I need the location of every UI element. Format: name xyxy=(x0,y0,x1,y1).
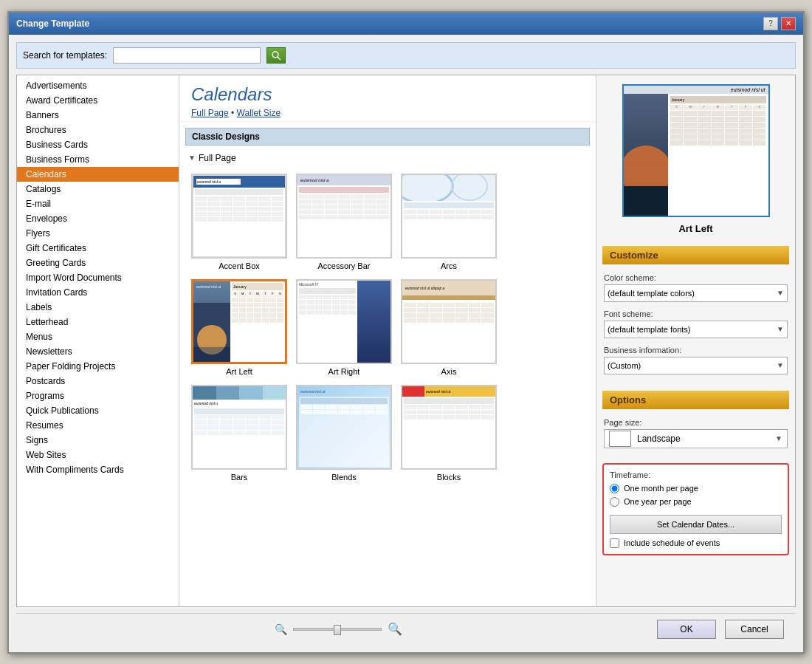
sidebar-item-web-sites[interactable]: Web Sites xyxy=(17,448,179,462)
zoom-thumb[interactable] xyxy=(334,625,341,635)
sidebar-item-resumes[interactable]: Resumes xyxy=(17,418,179,433)
template-thumb-art-left[interactable]: euismod nisl ut January xyxy=(191,279,287,364)
page-size-dropdown[interactable]: Landscape ▼ xyxy=(604,429,788,448)
left-panel[interactable]: Advertisements Award Certificates Banner… xyxy=(17,75,179,606)
radio-month-per-page[interactable]: One month per page xyxy=(610,484,782,493)
sidebar-item-letterhead[interactable]: Letterhead xyxy=(17,315,179,329)
sidebar-item-gift-certificates[interactable]: Gift Certificates xyxy=(17,241,179,256)
title-bar-buttons: ? ✕ xyxy=(763,17,796,30)
radio-month-label: One month per page xyxy=(624,484,698,493)
art-left-calendar: January S M T W T F S xyxy=(230,281,285,362)
blends-preview: euismod nisl ut xyxy=(297,386,390,468)
template-thumb-accessory-bar[interactable]: euismod nisl a xyxy=(296,174,392,259)
business-info-dropdown[interactable]: (Custom) ▼ xyxy=(604,357,788,374)
radio-month-input[interactable] xyxy=(610,484,619,493)
template-thumb-arcs[interactable] xyxy=(401,174,497,259)
set-calendar-dates-button[interactable]: Set Calendar Dates... xyxy=(610,515,782,534)
collapse-icon[interactable]: ▼ xyxy=(188,154,196,162)
help-button[interactable]: ? xyxy=(763,17,778,30)
sidebar-item-business-cards[interactable]: Business Cards xyxy=(17,137,179,152)
template-name-blocks: Blocks xyxy=(437,473,461,482)
zoom-in-icon[interactable]: 🔍 xyxy=(388,622,402,636)
sidebar-item-brochures[interactable]: Brochures xyxy=(17,123,179,137)
sidebar-item-award-certificates[interactable]: Award Certificates xyxy=(17,93,179,108)
template-item-blocks[interactable]: euismod nisl ut xyxy=(401,385,497,482)
template-name-arcs: Arcs xyxy=(441,261,457,270)
template-thumb-bars[interactable]: euismod nisl u xyxy=(191,385,287,470)
art-right-preview: Microsoft IT xyxy=(297,281,390,363)
sidebar-item-envelopes[interactable]: Envelopes xyxy=(17,211,179,226)
templates-grid: euismod nisl a xyxy=(185,171,590,490)
ok-button[interactable]: OK xyxy=(657,620,716,639)
zoom-slider[interactable] xyxy=(293,628,382,631)
template-thumb-art-right[interactable]: Microsoft IT xyxy=(296,279,392,364)
sidebar-item-labels[interactable]: Labels xyxy=(17,300,179,315)
sidebar-item-postcards[interactable]: Postcards xyxy=(17,374,179,389)
template-item-accent-box[interactable]: euismod nisl a xyxy=(191,174,287,270)
sidebar-item-business-forms[interactable]: Business Forms xyxy=(17,152,179,167)
cancel-button[interactable]: Cancel xyxy=(725,620,784,639)
template-thumb-accent-box[interactable]: euismod nisl a xyxy=(191,174,287,259)
radio-year-input[interactable] xyxy=(610,497,619,507)
color-scheme-value: (default template colors) xyxy=(608,289,695,298)
template-header: Calendars Full Page • Wallet Size xyxy=(179,75,596,122)
sidebar-item-email[interactable]: E-mail xyxy=(17,196,179,211)
template-item-art-right[interactable]: Microsoft IT xyxy=(296,279,392,376)
bars-preview: euismod nisl u xyxy=(193,386,286,468)
sidebar-item-calendars[interactable]: Calendars xyxy=(17,167,179,182)
sidebar-item-programs[interactable]: Programs xyxy=(17,389,179,403)
sidebar-item-greeting-cards[interactable]: Greeting Cards xyxy=(17,256,179,270)
templates-scroll[interactable]: Classic Designs ▼ Full Page euismod nisl… xyxy=(179,122,596,606)
include-schedule-checkbox[interactable] xyxy=(610,538,619,548)
template-thumb-blocks[interactable]: euismod nisl ut xyxy=(401,385,497,470)
sidebar-item-signs[interactable]: Signs xyxy=(17,433,179,448)
template-item-art-left[interactable]: euismod nisl ut January xyxy=(191,279,287,376)
search-icon xyxy=(271,50,281,61)
search-button[interactable] xyxy=(266,47,286,64)
search-label: Search for templates: xyxy=(23,50,107,61)
svg-line-1 xyxy=(278,57,281,60)
sidebar-item-with-compliments[interactable]: With Compliments Cards xyxy=(17,462,179,477)
template-thumb-axis[interactable]: euismod nisl ut aliquip a xyxy=(401,279,497,364)
font-scheme-dropdown[interactable]: (default template fonts) ▼ xyxy=(604,321,788,338)
timeframe-box: Timeframe: One month per page One year p… xyxy=(602,463,789,555)
size-wallet[interactable]: Wallet Size xyxy=(237,108,281,118)
template-item-arcs[interactable]: Arcs xyxy=(401,174,497,270)
sidebar-item-flyers[interactable]: Flyers xyxy=(17,226,179,241)
dialog-title: Change Template xyxy=(16,18,89,29)
template-name-bars: Bars xyxy=(231,473,248,482)
zoom-out-icon[interactable]: 🔍 xyxy=(275,623,287,635)
template-item-accessory-bar[interactable]: euismod nisl a xyxy=(296,174,392,270)
template-item-blends[interactable]: euismod nisl ut xyxy=(296,385,392,482)
size-full-page[interactable]: Full Page xyxy=(191,108,229,118)
color-scheme-label: Color scheme: xyxy=(604,273,788,282)
page-size-arrow: ▼ xyxy=(775,434,782,442)
center-panel: Calendars Full Page • Wallet Size Classi… xyxy=(179,75,596,606)
sidebar-item-quick-publications[interactable]: Quick Publications xyxy=(17,403,179,418)
color-scheme-dropdown[interactable]: (default template colors) ▼ xyxy=(604,284,788,302)
sidebar-item-newsletters[interactable]: Newsletters xyxy=(17,344,179,359)
template-thumb-blends[interactable]: euismod nisl ut xyxy=(296,385,392,470)
art-left-preview: euismod nisl ut January xyxy=(193,281,285,362)
sidebar-item-advertisements[interactable]: Advertisements xyxy=(17,78,179,93)
title-bar: Change Template ? ✕ xyxy=(9,13,803,35)
sidebar-item-paper-folding[interactable]: Paper Folding Projects xyxy=(17,359,179,374)
sidebar-item-menus[interactable]: Menus xyxy=(17,329,179,344)
template-item-axis[interactable]: euismod nisl ut aliquip a xyxy=(401,279,497,376)
template-item-bars[interactable]: euismod nisl u xyxy=(191,385,287,482)
dialog-body: Search for templates: Advertisements Awa… xyxy=(9,35,803,652)
art-left-image: euismod nisl ut xyxy=(193,281,230,362)
sidebar-item-invitation-cards[interactable]: Invitation Cards xyxy=(17,285,179,300)
search-input[interactable] xyxy=(113,47,261,64)
page-size-container: Landscape ▼ xyxy=(604,429,788,448)
dialog-footer: 🔍 🔍 OK Cancel xyxy=(16,613,796,645)
sidebar-item-import-word[interactable]: Import Word Documents xyxy=(17,270,179,285)
include-schedule-option[interactable]: Include schedule of events xyxy=(610,538,782,548)
blocks-preview: euismod nisl ut xyxy=(402,386,495,468)
close-button[interactable]: ✕ xyxy=(781,17,796,30)
template-name-art-left: Art Left xyxy=(226,367,252,376)
radio-year-per-page[interactable]: One year per page xyxy=(610,497,782,507)
sidebar-item-catalogs[interactable]: Catalogs xyxy=(17,182,179,196)
sidebar-item-banners[interactable]: Banners xyxy=(17,108,179,123)
business-info-label: Business information: xyxy=(604,346,788,355)
